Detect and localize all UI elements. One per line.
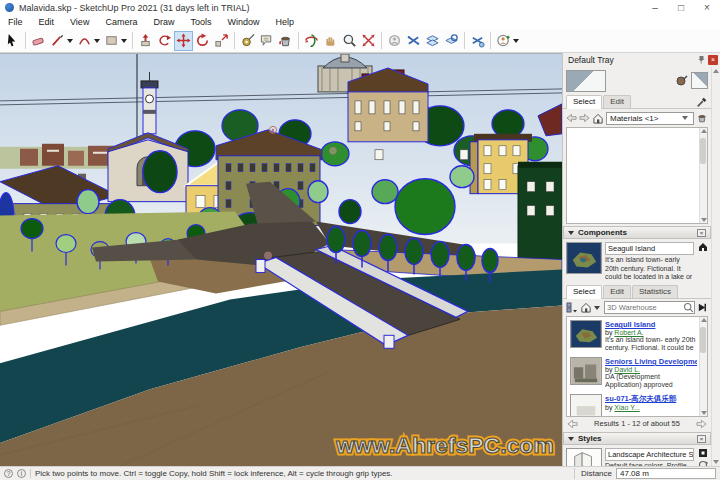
tray-scrollbar[interactable] (711, 67, 720, 466)
tape-measure-tool-button[interactable] (238, 31, 257, 51)
materials-scroll-thumb[interactable] (700, 138, 706, 164)
maximize-button[interactable]: □ (668, 0, 694, 15)
in-model-home-icon[interactable] (580, 302, 592, 313)
arc-tool-button[interactable] (75, 31, 94, 51)
pin-icon[interactable] (697, 55, 706, 65)
push-pull-tool-button[interactable] (136, 31, 155, 51)
components-tab-edit[interactable]: Edit (603, 285, 631, 298)
tray-close-icon[interactable]: × (708, 55, 718, 65)
menu-item-help[interactable]: Help (267, 17, 302, 27)
viewport-canvas[interactable]: www.AhrefsPC.com www.AhrefsPC.com (0, 53, 562, 466)
components-results-list[interactable]: Seagull Island by Robert A. It's an isla… (566, 316, 708, 417)
rectangle-tool-caret[interactable] (121, 39, 127, 43)
menu-item-view[interactable]: View (62, 17, 97, 27)
scroll-down-icon[interactable] (713, 460, 719, 464)
result-author-link[interactable]: Xiao Y... (614, 404, 639, 411)
in-model-icon[interactable] (698, 448, 708, 458)
material-preview-swatch[interactable] (566, 70, 606, 92)
move-tool-button[interactable] (174, 31, 193, 51)
result-title-link[interactable]: Seniors Living Developmen... (605, 357, 697, 366)
prev-page-icon[interactable] (567, 419, 578, 429)
pan-tool-icon (323, 33, 338, 48)
watermark: www.AhrefsPC.com www.AhrefsPC.com (335, 432, 554, 458)
text-tool-button[interactable] (257, 31, 276, 51)
menu-item-file[interactable]: File (0, 17, 31, 27)
style-name-field[interactable]: Landscape Architecture Style (605, 448, 694, 461)
component-name-field[interactable]: Seagull Island (605, 242, 694, 255)
eyedropper-icon[interactable] (696, 96, 708, 108)
add-location-caret[interactable] (513, 39, 519, 43)
in-model-icon[interactable] (698, 242, 708, 252)
scale-tool-button[interactable] (212, 31, 231, 51)
tray-header: Default Tray × (563, 53, 720, 67)
details-arrow-icon[interactable] (697, 302, 708, 313)
result-author-link[interactable]: Robert A. (614, 329, 643, 336)
help-icon[interactable]: ? (4, 469, 13, 478)
section-fill-tool-button[interactable] (468, 31, 487, 51)
measurements-input[interactable] (616, 468, 716, 479)
select-tool-button[interactable] (3, 31, 22, 51)
menu-item-window[interactable]: Window (219, 17, 267, 27)
warehouse-search-box (604, 301, 695, 314)
material-paint-icon[interactable] (676, 75, 688, 87)
text-tool-icon (259, 33, 274, 48)
components-tab-statistics[interactable]: Statistics (632, 285, 678, 298)
components-scroll-thumb[interactable] (700, 327, 706, 353)
materials-tab-edit[interactable]: Edit (603, 95, 631, 108)
rectangle-tool-button[interactable] (102, 31, 121, 51)
materials-list[interactable] (566, 127, 708, 224)
menu-item-camera[interactable]: Camera (97, 17, 145, 27)
zoom-tool-icon (342, 33, 357, 48)
pan-tool-button[interactable] (321, 31, 340, 51)
minimize-button[interactable]: – (642, 0, 668, 15)
zoom-extents-tool-button[interactable] (359, 31, 378, 51)
home-icon[interactable] (592, 113, 604, 124)
section-cuts-tool-button[interactable] (442, 31, 461, 51)
eraser-tool-button[interactable] (29, 31, 48, 51)
arc-tool-caret[interactable] (94, 39, 100, 43)
follow-me-tool-button[interactable] (155, 31, 174, 51)
materials-collection-dropdown[interactable]: Materials <1> (606, 112, 694, 125)
back-arrow-icon[interactable] (566, 113, 577, 123)
components-header[interactable]: Components × (563, 226, 711, 239)
materials-tab-select[interactable]: Select (566, 95, 602, 109)
next-page-icon[interactable] (696, 419, 707, 429)
orbit-tool-button[interactable] (302, 31, 321, 51)
forward-arrow-icon[interactable] (579, 113, 590, 123)
panel-detach-icon[interactable]: × (697, 435, 706, 443)
component-result-item[interactable]: su-071-高尔夫俱乐部 by Xiao Y... (567, 391, 707, 417)
warehouse-search-input[interactable] (605, 303, 683, 312)
secondary-material-swatch[interactable] (691, 72, 708, 89)
result-description: DA (Development Application) approved Se… (605, 373, 697, 389)
paint-bucket-tool-button[interactable] (276, 31, 295, 51)
select-tool-icon (5, 33, 20, 48)
close-button[interactable]: × (694, 0, 720, 15)
result-title-link[interactable]: Seagull Island (605, 320, 697, 329)
component-result-item[interactable]: Seniors Living Developmen... by David L.… (567, 354, 707, 391)
component-result-item[interactable]: Seagull Island by Robert A. It's an isla… (567, 317, 707, 354)
paint-bucket-icon (278, 33, 293, 48)
sample-paint-icon[interactable] (696, 112, 708, 124)
collections-caret-icon[interactable] (594, 306, 600, 310)
add-location-tool-button[interactable] (494, 31, 513, 51)
zoom-tool-button[interactable] (340, 31, 359, 51)
result-title-link[interactable]: su-071-高尔夫俱乐部 (605, 394, 697, 404)
info-icon[interactable]: i (17, 469, 26, 478)
position-camera-tool-button[interactable] (385, 31, 404, 51)
line-tool-button[interactable] (48, 31, 67, 51)
view-options-icon[interactable] (566, 302, 578, 313)
section-display-tool-button[interactable] (423, 31, 442, 51)
menu-item-tools[interactable]: Tools (182, 17, 219, 27)
menu-item-draw[interactable]: Draw (145, 17, 182, 27)
styles-header[interactable]: Styles × (563, 432, 711, 445)
follow-me-icon (157, 33, 172, 48)
components-tab-select[interactable]: Select (566, 285, 602, 299)
panel-detach-icon[interactable]: × (697, 229, 706, 237)
rotate-tool-button[interactable] (193, 31, 212, 51)
menu-item-edit[interactable]: Edit (31, 17, 63, 27)
search-icon[interactable] (683, 302, 694, 313)
line-tool-caret[interactable] (67, 39, 73, 43)
section-plane-tool-button[interactable] (404, 31, 423, 51)
result-author-link[interactable]: David L. (614, 366, 640, 373)
scroll-up-icon[interactable] (713, 69, 719, 73)
